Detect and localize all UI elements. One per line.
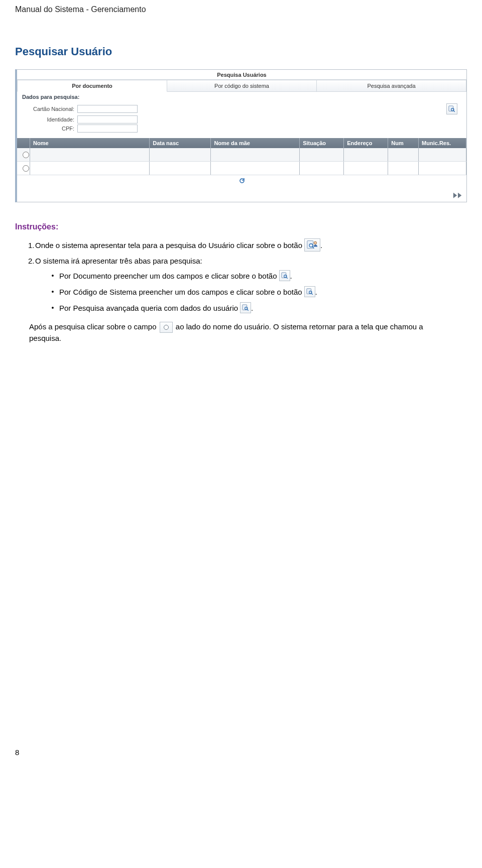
search-icon-button: [240, 302, 251, 313]
step-number: 2.: [15, 257, 35, 265]
tab-por-codigo[interactable]: Por código do sistema: [167, 80, 317, 92]
magnifier-icon: [281, 272, 288, 279]
tab-pesquisa-avancada[interactable]: Pesquisa avançada: [317, 80, 466, 92]
svg-point-6: [314, 241, 316, 244]
magnifier-icon: [448, 105, 455, 112]
search-icon-button: [279, 270, 290, 281]
row-radio[interactable]: [23, 165, 29, 172]
svg-line-12: [311, 293, 312, 294]
page-header: Manual do Sistema - Gerenciamento: [15, 5, 467, 20]
step-suffix: .: [320, 241, 322, 250]
col-situacao: Situação: [300, 138, 344, 148]
instruction-step-2: 2. O sistema irá apresentar três abas pa…: [15, 257, 467, 265]
magnifier-user-icon: [307, 240, 318, 250]
bullet-text: Por Código de Sistema preencher um dos c…: [59, 288, 302, 296]
section-title: Pesquisar Usuário: [15, 45, 467, 58]
bullet-text: Por Pesquisa avançada queria com dados d…: [59, 304, 238, 312]
refresh-button[interactable]: [17, 175, 466, 189]
search-button[interactable]: [446, 103, 457, 114]
dados-label: Dados para pesquisa:: [17, 92, 466, 103]
col-num: Num: [388, 138, 419, 148]
tab-row: Por documento Por código do sistema Pesq…: [17, 79, 466, 92]
instructions-list: 1. Onde o sistema apresentar tela para a…: [15, 238, 467, 313]
table-row: [17, 162, 466, 175]
col-nome: Nome: [30, 138, 150, 148]
step-text: O sistema irá apresentar três abas para …: [35, 257, 202, 265]
search-user-screenshot: Pesquisa Usuários Por documento Por códi…: [15, 69, 467, 202]
row-radio[interactable]: [23, 152, 29, 158]
step-text: Onde o sistema apresentar tela para a pe…: [35, 241, 302, 250]
instruction-step-1: 1. Onde o sistema apresentar tela para a…: [15, 238, 467, 252]
svg-line-2: [453, 110, 454, 111]
app-title: Pesquisa Usuários: [17, 70, 466, 79]
step-number: 1.: [15, 241, 35, 250]
table-row: [17, 148, 466, 162]
svg-line-9: [286, 277, 287, 278]
identidade-label: Identidade:: [22, 116, 77, 122]
bullet-suffix: .: [290, 272, 292, 280]
col-munic-res: Munic.Res.: [419, 138, 466, 148]
identidade-input[interactable]: [77, 115, 138, 123]
radio-sample-icon: [160, 322, 173, 333]
tab-por-documento[interactable]: Por documento: [17, 80, 167, 92]
bullet-suffix: .: [315, 288, 317, 296]
after-text-a: Após a pesquisa clicar sobre o campo: [29, 322, 159, 331]
fast-forward-icon: [452, 192, 463, 199]
instructions-title: Instruções:: [15, 222, 467, 231]
svg-line-15: [247, 309, 248, 310]
cartao-nacional-input[interactable]: [77, 105, 138, 113]
bullet-text: Por Documento preencher um dos campos e …: [59, 272, 277, 280]
search-icon-button: [304, 286, 315, 297]
instruction-bullet-avancada: Por Pesquisa avançada queria com dados d…: [46, 302, 467, 313]
instruction-after-search: Após a pesquisa clicar sobre o campo ao …: [29, 321, 446, 344]
bullet-suffix: .: [251, 304, 253, 312]
user-search-icon-button: [304, 238, 320, 252]
refresh-icon: [238, 177, 246, 185]
instruction-bullet-codigo: Por Código de Sistema preencher um dos c…: [46, 286, 467, 297]
magnifier-icon: [242, 304, 249, 311]
instruction-bullet-documento: Por Documento preencher um dos campos e …: [46, 270, 467, 281]
col-endereco: Endereço: [344, 138, 388, 148]
cartao-nacional-label: Cartão Nacional:: [22, 106, 77, 112]
col-data-nasc: Data nasc: [150, 138, 211, 148]
forward-button[interactable]: [452, 192, 463, 200]
cpf-label: CPF:: [22, 126, 77, 132]
magnifier-icon: [306, 288, 313, 295]
cpf-input[interactable]: [77, 125, 138, 133]
grid-header: Nome Data nasc Nome da mãe Situação Ende…: [17, 138, 466, 148]
col-nome-mae: Nome da mãe: [211, 138, 300, 148]
instruction-sublist: Por Documento preencher um dos campos e …: [46, 270, 467, 313]
